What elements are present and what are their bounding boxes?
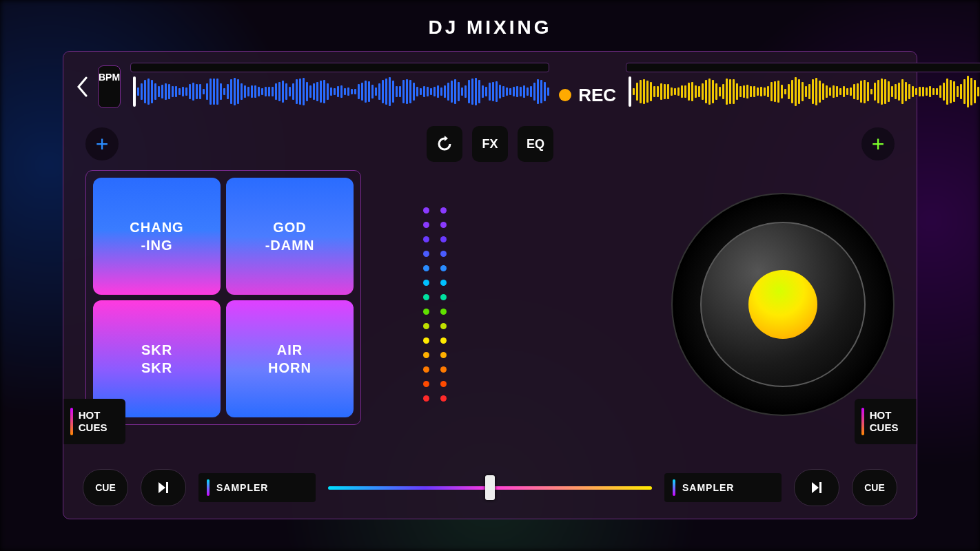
back-button[interactable] <box>76 70 88 103</box>
mixer-panel: BPM REC BPM + FX EQ + C <box>63 51 917 519</box>
record-icon <box>559 89 571 101</box>
page-title: DJ MIXING <box>0 0 980 51</box>
level-meters <box>423 207 447 402</box>
jog-wheel-label <box>748 270 817 339</box>
sample-pad-1[interactable]: CHANG -ING <box>93 178 221 295</box>
svg-rect-0 <box>166 482 168 493</box>
hot-cues-label: HOT CUES <box>79 409 119 434</box>
chevron-left-icon <box>76 76 88 97</box>
bpm-left-button[interactable]: BPM <box>98 65 121 108</box>
sampler-left-button[interactable]: SAMPLER <box>198 473 316 502</box>
svg-rect-1 <box>819 482 821 493</box>
add-track-left-button[interactable]: + <box>85 127 119 160</box>
cue-left-button[interactable]: CUE <box>83 469 128 506</box>
record-label: REC <box>578 85 616 106</box>
play-next-left-button[interactable] <box>141 469 186 506</box>
plus-icon: + <box>872 132 885 157</box>
loop-button[interactable] <box>427 126 462 162</box>
sampler-label: SAMPLER <box>216 482 268 493</box>
loop-icon <box>436 136 453 152</box>
level-meter-right[interactable] <box>440 207 447 402</box>
hot-cues-right-button[interactable]: HOT CUES <box>855 399 917 444</box>
play-next-right-button[interactable] <box>794 469 839 506</box>
sampler-right-button[interactable]: SAMPLER <box>664 473 782 502</box>
sample-pad-2[interactable]: GOD -DAMN <box>226 178 354 295</box>
play-next-icon <box>156 481 170 495</box>
deck-left-waveform[interactable] <box>130 63 549 111</box>
crossfader[interactable] <box>328 474 652 501</box>
add-track-right-button[interactable]: + <box>861 127 895 160</box>
hot-cues-left-button[interactable]: HOT CUES <box>63 399 125 444</box>
deck-right-waveform[interactable] <box>626 63 980 111</box>
level-meter-left[interactable] <box>423 207 429 402</box>
plus-icon: + <box>96 132 109 157</box>
record-button[interactable]: REC <box>559 85 616 106</box>
fx-button[interactable]: FX <box>472 126 508 162</box>
crossfader-handle[interactable] <box>485 475 495 500</box>
sample-pad-4[interactable]: AIR HORN <box>226 300 354 417</box>
sample-pad-grid: CHANG -ING GOD -DAMN SKR SKR AIR HORN <box>85 170 361 425</box>
hot-cues-label: HOT CUES <box>870 409 910 434</box>
play-next-icon <box>810 481 824 495</box>
cue-right-button[interactable]: CUE <box>852 469 897 506</box>
sampler-label: SAMPLER <box>682 482 734 493</box>
jog-wheel[interactable] <box>671 193 895 416</box>
eq-button[interactable]: EQ <box>518 126 553 162</box>
